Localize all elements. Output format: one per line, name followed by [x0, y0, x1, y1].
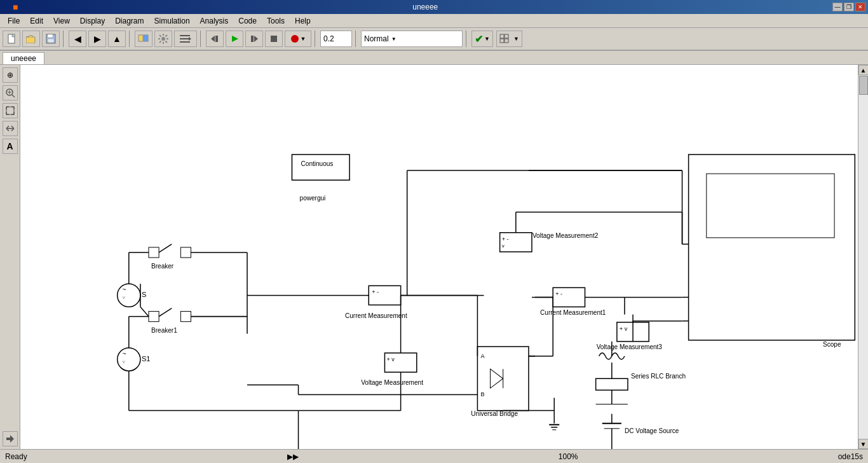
sim-mode-dropdown[interactable]: Normal ▼ — [361, 31, 463, 47]
svg-rect-134 — [596, 378, 628, 390]
stop-button[interactable] — [265, 31, 283, 47]
scroll-up-button[interactable]: ▲ — [858, 65, 869, 75]
menu-edit[interactable]: Edit — [25, 15, 48, 27]
svg-text:S1: S1 — [142, 355, 151, 363]
menu-tools[interactable]: Tools — [262, 15, 290, 27]
tab-uneeee[interactable]: uneeee — [3, 52, 44, 64]
new-button[interactable] — [3, 31, 20, 47]
svg-rect-4 — [48, 34, 53, 38]
svg-text:Scope: Scope — [823, 341, 841, 348]
check-arrow: ▼ — [484, 36, 490, 42]
library-button[interactable] — [135, 31, 153, 47]
svg-text:Breaker1: Breaker1 — [151, 327, 177, 334]
arrow-tool[interactable] — [3, 121, 18, 136]
restore-button[interactable]: ❐ — [844, 3, 854, 11]
svg-rect-5 — [48, 39, 54, 43]
main-area: ⊕ A Continuous powergui ~ v S — [0, 65, 868, 449]
zoom-tool[interactable] — [3, 85, 18, 100]
svg-rect-25 — [251, 36, 254, 42]
forward-button[interactable]: ▶ — [88, 31, 106, 47]
step-back-button[interactable] — [206, 31, 224, 47]
sep1 — [63, 31, 65, 47]
svg-text:v: v — [123, 359, 125, 364]
menu-help[interactable]: Help — [290, 15, 316, 27]
svg-text:Voltage Measurement: Voltage Measurement — [361, 379, 423, 386]
sep6 — [466, 31, 468, 47]
svg-text:powergui: powergui — [300, 195, 326, 202]
svg-text:Current Measurement: Current Measurement — [345, 312, 407, 319]
scroll-track[interactable] — [858, 75, 869, 439]
sep4 — [315, 31, 317, 47]
svg-rect-17 — [180, 35, 190, 36]
tabbar: uneeee — [0, 51, 868, 65]
window-controls: — ❐ ✕ — [832, 3, 865, 11]
svg-rect-18 — [180, 38, 190, 39]
svg-text:DC Voltage Source: DC Voltage Source — [625, 427, 679, 434]
menu-code[interactable]: Code — [233, 15, 262, 27]
solver-label: ode15s — [838, 452, 863, 461]
sim-mode-label: Normal — [364, 34, 389, 43]
svg-rect-2 — [26, 37, 35, 43]
svg-rect-36 — [6, 107, 14, 114]
menu-diagram[interactable]: Diagram — [110, 15, 149, 27]
svg-text:+ -: + - — [502, 236, 509, 242]
pointer-tool[interactable]: ⊕ — [3, 67, 18, 83]
svg-rect-30 — [500, 39, 504, 43]
svg-line-14 — [166, 41, 168, 43]
run-button[interactable] — [226, 31, 243, 47]
sidebar-arrow-icon[interactable]: ▶▶ — [287, 452, 299, 461]
back-button[interactable]: ◀ — [69, 31, 86, 47]
close-button[interactable]: ✕ — [855, 3, 865, 11]
fit-tool[interactable] — [3, 103, 18, 118]
sim-mode-arrow: ▼ — [391, 36, 397, 42]
svg-rect-7 — [144, 35, 148, 41]
text-tool[interactable]: A — [3, 139, 18, 154]
svg-text:+ v: + v — [620, 326, 628, 332]
svg-line-13 — [159, 35, 161, 37]
list-button[interactable] — [174, 31, 197, 47]
settings-button[interactable] — [154, 31, 172, 47]
menu-view[interactable]: View — [48, 15, 75, 27]
step-forward-button[interactable] — [245, 31, 263, 47]
svg-marker-50 — [6, 435, 14, 443]
svg-text:B: B — [480, 391, 484, 397]
toolbar: ◀ ▶ ▲ ▼ Normal ▼ ✔ ▼ — [0, 28, 868, 51]
menu-file[interactable]: File — [3, 15, 25, 27]
menu-simulation[interactable]: Simulation — [149, 15, 195, 27]
grid-button[interactable]: ▼ — [496, 31, 522, 47]
minimize-button[interactable]: — — [832, 3, 843, 11]
svg-text:~: ~ — [123, 286, 126, 293]
svg-rect-29 — [505, 34, 508, 38]
svg-marker-21 — [211, 36, 215, 42]
svg-text:v: v — [502, 243, 505, 249]
svg-rect-19 — [180, 41, 190, 43]
menubar: File Edit View Display Diagram Simulatio… — [0, 14, 868, 28]
svg-point-55 — [118, 284, 140, 307]
scroll-down-button[interactable]: ▼ — [858, 439, 869, 449]
sim-time-input[interactable] — [320, 31, 352, 47]
scroll-thumb[interactable] — [859, 76, 868, 95]
svg-rect-22 — [215, 36, 218, 42]
svg-text:+  -: + - — [372, 289, 379, 295]
save-button[interactable] — [42, 31, 60, 47]
status-text: Ready — [5, 452, 27, 461]
record-button[interactable]: ▼ — [285, 31, 311, 47]
svg-marker-24 — [254, 36, 258, 42]
menu-display[interactable]: Display — [75, 15, 110, 27]
open-button[interactable] — [22, 31, 40, 47]
zoom-level: 100% — [559, 452, 578, 461]
menu-analysis[interactable]: Analysis — [195, 15, 234, 27]
up-button[interactable]: ▲ — [108, 31, 126, 47]
check-button[interactable]: ✔ ▼ — [471, 31, 493, 47]
grid-arrow: ▼ — [513, 36, 519, 42]
sep3 — [200, 31, 203, 47]
svg-rect-63 — [149, 247, 159, 258]
app-icon: ■ — [13, 2, 18, 12]
check-icon: ✔ — [475, 33, 483, 45]
sidebar-collapse[interactable] — [3, 431, 18, 446]
svg-rect-6 — [139, 35, 143, 41]
circuit-canvas[interactable]: Continuous powergui ~ v S ~ v S1 Breaker — [20, 65, 858, 449]
svg-text:~: ~ — [123, 350, 126, 357]
svg-text:+  -: + - — [555, 291, 562, 297]
svg-text:Voltage Measurement3: Voltage Measurement3 — [597, 343, 663, 350]
